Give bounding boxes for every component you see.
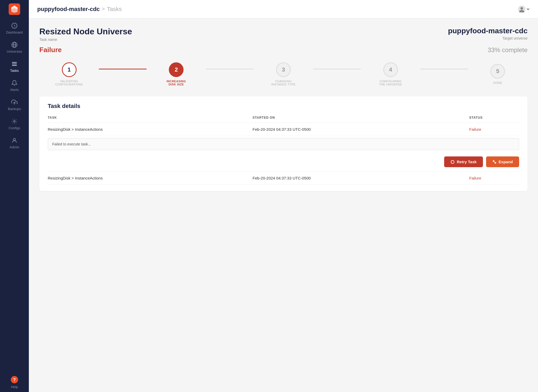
svg-point-10 xyxy=(13,138,15,140)
table-header: TASK STARTED ON STATUS xyxy=(48,116,519,123)
error-message-box: Failed to execute task... xyxy=(48,138,519,150)
svg-point-9 xyxy=(14,121,15,122)
row2-task: ResizingDisk > InstanceActions xyxy=(48,172,252,185)
page-header: puppyfood-master-cdc > Tasks xyxy=(29,0,538,18)
task-info-row: Resized Node Universe Task name puppyfoo… xyxy=(39,27,528,42)
step-line-4 xyxy=(420,69,468,69)
sidebar-item-configs-label: Configs xyxy=(9,126,20,130)
step-3-label: CHANGINGINSTANCE TYPE xyxy=(271,80,296,86)
sidebar-item-dashboard-label: Dashboard xyxy=(6,30,23,34)
task-status: Failure xyxy=(39,46,62,54)
col-started-header: STARTED ON xyxy=(252,116,469,123)
breadcrumb: puppyfood-master-cdc > Tasks xyxy=(37,6,122,13)
sidebar-item-tasks[interactable]: Tasks xyxy=(0,57,29,76)
sidebar-item-admin-label: Admin xyxy=(10,145,19,149)
step-line-2 xyxy=(206,69,254,69)
sidebar-item-universes[interactable]: Universes xyxy=(0,37,29,57)
expand-button[interactable]: Expand xyxy=(486,156,519,167)
task-details-title: Task details xyxy=(48,103,519,110)
step-1-circle: 1 xyxy=(62,62,77,77)
expand-icon xyxy=(492,160,497,164)
svg-point-14 xyxy=(520,7,523,10)
breadcrumb-current-page: Tasks xyxy=(107,6,122,13)
progress-text: 33% complete xyxy=(488,46,528,54)
sidebar-item-dashboard[interactable]: Dashboard xyxy=(0,18,29,37)
task-title: Resized Node Universe xyxy=(39,27,132,36)
step-2-label: INCREASINGDISK SIZE xyxy=(166,80,186,86)
step-line-1 xyxy=(99,69,147,69)
row2-started: Feb-20-2024 04:37:33 UTC-0500 xyxy=(252,172,469,185)
row2-status: Failure xyxy=(469,172,519,185)
breadcrumb-universe[interactable]: puppyfood-master-cdc xyxy=(37,6,100,13)
error-cell: Failed to execute task... Retry Task xyxy=(48,136,519,172)
step-4-circle: 4 xyxy=(383,62,398,77)
task-table: TASK STARTED ON STATUS ResizingDisk > In… xyxy=(48,116,519,185)
table-row-2: ResizingDisk > InstanceActions Feb-20-20… xyxy=(48,172,519,185)
sidebar-item-backups-label: Backups xyxy=(8,107,21,111)
sidebar-help-label: Help xyxy=(11,385,18,389)
sidebar-logo[interactable] xyxy=(0,0,29,18)
page-body: Resized Node Universe Task name puppyfoo… xyxy=(29,18,538,392)
table-body: ResizingDisk > InstanceActions Feb-20-20… xyxy=(48,123,519,185)
task-details-section: Task details TASK STARTED ON STATUS Resi… xyxy=(39,96,528,191)
sidebar-item-help[interactable]: ? Help xyxy=(0,372,29,392)
step-3: 3 CHANGINGINSTANCE TYPE xyxy=(254,62,313,86)
step-1-label: VALIDATINGCONFIGURATIONS xyxy=(55,80,83,86)
row1-started: Feb-20-2024 04:37:33 UTC-0500 xyxy=(252,123,469,136)
breadcrumb-separator: > xyxy=(102,6,105,12)
step-4: 4 CONFIGURINGTHE UNIVERSE xyxy=(361,62,420,86)
steps-container: 1 VALIDATINGCONFIGURATIONS 2 INCREASINGD… xyxy=(39,62,528,86)
col-task-header: TASK xyxy=(48,116,252,123)
step-1: 1 VALIDATINGCONFIGURATIONS xyxy=(39,62,99,86)
sidebar-item-admin[interactable]: Admin xyxy=(0,133,29,152)
retry-task-button[interactable]: Retry Task xyxy=(444,156,483,167)
retry-task-label: Retry Task xyxy=(457,160,477,164)
table-row: ResizingDisk > InstanceActions Feb-20-20… xyxy=(48,123,519,136)
action-buttons: Retry Task Expand xyxy=(48,153,519,171)
sidebar-item-alerts-label: Alerts xyxy=(10,88,19,92)
col-status-header: STATUS xyxy=(469,116,519,123)
sidebar: Dashboard Universes Tasks Alerts Backup xyxy=(0,0,29,392)
step-5: 5 DONE xyxy=(468,64,528,84)
main-content: puppyfood-master-cdc > Tasks Resized Nod… xyxy=(29,0,538,392)
retry-icon xyxy=(450,160,455,164)
sidebar-item-tasks-label: Tasks xyxy=(10,69,19,73)
error-row: Failed to execute task... Retry Task xyxy=(48,136,519,172)
row1-task: ResizingDisk > InstanceActions xyxy=(48,123,252,136)
task-name-section: Resized Node Universe Task name xyxy=(39,27,132,42)
target-universe-section: puppyfood-master-cdc Target universe xyxy=(448,27,528,40)
step-line-3 xyxy=(313,69,361,69)
sidebar-item-universes-label: Universes xyxy=(7,50,22,53)
step-5-label: DONE xyxy=(493,81,502,84)
step-4-label: CONFIGURINGTHE UNIVERSE xyxy=(379,80,402,86)
error-message-text: Failed to execute task... xyxy=(52,142,91,146)
sidebar-item-backups[interactable]: Backups xyxy=(0,95,29,114)
sidebar-item-configs[interactable]: Configs xyxy=(0,114,29,133)
step-2-circle: 2 xyxy=(169,62,184,77)
step-2: 2 INCREASINGDISK SIZE xyxy=(147,62,206,86)
target-universe-name: puppyfood-master-cdc xyxy=(448,27,528,35)
step-5-circle: 5 xyxy=(490,64,505,79)
user-menu[interactable] xyxy=(518,6,530,13)
status-row: Failure 33% complete xyxy=(39,46,528,54)
sidebar-item-alerts[interactable]: Alerts xyxy=(0,76,29,95)
task-name-label: Task name xyxy=(39,37,132,42)
svg-text:?: ? xyxy=(13,377,16,382)
expand-label: Expand xyxy=(499,160,513,164)
step-3-circle: 3 xyxy=(276,62,291,77)
target-universe-label: Target universe xyxy=(448,36,528,40)
sidebar-bottom: ? Help xyxy=(0,372,29,392)
row1-status: Failure xyxy=(469,123,519,136)
